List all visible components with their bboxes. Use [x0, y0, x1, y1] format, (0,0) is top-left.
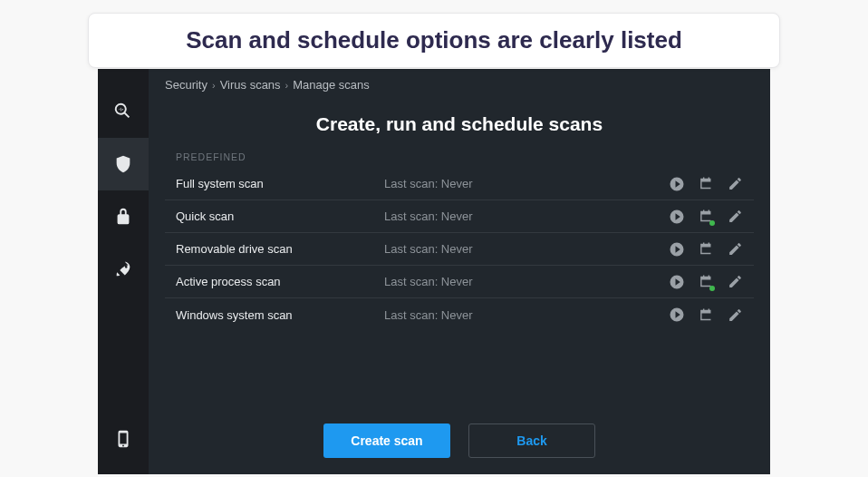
scan-name: Full system scan — [176, 177, 384, 190]
edit-button[interactable] — [727, 307, 743, 323]
scan-row: Active process scan Last scan: Never — [165, 266, 754, 298]
sidebar — [98, 69, 149, 474]
schedule-button[interactable] — [698, 209, 714, 225]
scan-row: Full system scan Last scan: Never — [165, 168, 754, 200]
schedule-button[interactable] — [698, 176, 714, 192]
edit-button[interactable] — [727, 176, 743, 192]
create-scan-button[interactable]: Create scan — [323, 423, 450, 458]
calendar-icon — [699, 307, 714, 323]
scan-name: Removable drive scan — [176, 242, 384, 256]
play-icon — [669, 307, 685, 323]
run-button[interactable] — [669, 307, 685, 323]
run-button[interactable] — [669, 241, 685, 258]
scan-actions — [669, 209, 743, 225]
edit-button[interactable] — [727, 241, 743, 258]
calendar-icon — [699, 176, 714, 191]
button-bar: Create scan Back — [149, 407, 770, 474]
sidebar-item-rocket[interactable] — [98, 243, 149, 296]
scan-status: Last scan: Never — [384, 275, 669, 288]
schedule-button[interactable] — [698, 274, 714, 290]
scheduled-indicator-icon — [709, 286, 715, 291]
scan-list: Full system scan Last scan: Never Quick … — [149, 168, 770, 331]
sidebar-item-shield[interactable] — [98, 138, 149, 190]
chevron-right-icon: › — [285, 80, 289, 91]
scan-name: Quick scan — [176, 209, 384, 223]
chevron-right-icon: › — [212, 80, 216, 91]
pencil-icon — [728, 176, 743, 191]
sidebar-item-lock[interactable] — [98, 190, 149, 243]
scan-actions — [669, 307, 743, 323]
scan-row: Removable drive scan Last scan: Never — [165, 233, 754, 266]
scan-status: Last scan: Never — [384, 308, 669, 322]
back-button[interactable]: Back — [468, 423, 595, 458]
scan-row: Windows system scan Last scan: Never — [165, 298, 754, 331]
schedule-button[interactable] — [698, 241, 714, 258]
edit-button[interactable] — [727, 209, 743, 225]
pencil-icon — [728, 274, 743, 289]
caption-text: Scan and schedule options are clearly li… — [186, 26, 682, 54]
breadcrumb-item[interactable]: Manage scans — [293, 78, 370, 92]
scan-actions — [669, 176, 743, 192]
breadcrumb: Security › Virus scans › Manage scans — [149, 69, 770, 92]
scan-actions — [669, 274, 743, 290]
scan-name: Windows system scan — [176, 308, 384, 322]
scan-status: Last scan: Never — [384, 177, 669, 190]
scan-actions — [669, 241, 743, 258]
sidebar-item-search[interactable] — [98, 85, 149, 138]
sidebar-item-phone[interactable] — [98, 413, 149, 465]
magnify-pulse-icon — [113, 102, 133, 122]
scan-row: Quick scan Last scan: Never — [165, 200, 754, 233]
lock-icon — [113, 207, 133, 227]
play-icon — [669, 241, 685, 258]
app-window: Security › Virus scans › Manage scans Cr… — [98, 69, 770, 474]
schedule-button[interactable] — [698, 307, 714, 323]
page-title: Create, run and schedule scans — [149, 113, 770, 135]
run-button[interactable] — [669, 274, 685, 290]
shield-icon — [113, 154, 133, 174]
scheduled-indicator-icon — [709, 220, 715, 226]
play-icon — [669, 176, 685, 192]
calendar-icon — [699, 241, 714, 257]
edit-button[interactable] — [727, 274, 743, 290]
play-icon — [669, 274, 685, 290]
breadcrumb-item[interactable]: Virus scans — [220, 78, 281, 92]
pencil-icon — [728, 209, 743, 224]
phone-icon — [113, 429, 133, 449]
breadcrumb-item[interactable]: Security — [165, 78, 207, 92]
scan-status: Last scan: Never — [384, 209, 669, 223]
caption-card: Scan and schedule options are clearly li… — [88, 13, 780, 68]
run-button[interactable] — [669, 209, 685, 225]
main-panel: Security › Virus scans › Manage scans Cr… — [149, 69, 770, 474]
pencil-icon — [728, 307, 743, 323]
scan-name: Active process scan — [176, 275, 384, 288]
rocket-icon — [113, 259, 133, 279]
play-icon — [669, 209, 685, 225]
pencil-icon — [728, 241, 743, 257]
section-label: PREDEFINED — [149, 151, 770, 168]
run-button[interactable] — [669, 176, 685, 192]
scan-status: Last scan: Never — [384, 242, 669, 256]
